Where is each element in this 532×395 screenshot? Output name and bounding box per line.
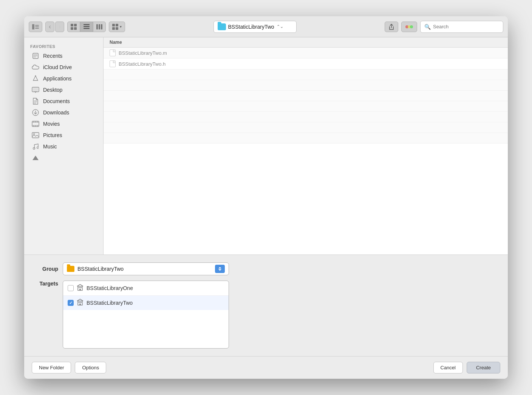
file-row[interactable]: BSStaticLibraryTwo.h [104,59,508,69]
sidebar-item-applications[interactable]: Applications [26,73,102,84]
sidebar-item-label-icloud: iCloud Drive [43,64,72,70]
view-columns-button[interactable] [93,22,106,32]
svg-rect-54 [80,287,80,288]
svg-rect-55 [81,287,82,288]
svg-rect-59 [80,302,80,303]
view-list-button[interactable] [80,22,93,32]
svg-rect-12 [99,24,100,29]
svg-rect-58 [79,302,79,303]
sidebar-item-pictures[interactable]: Pictures [26,130,102,141]
name-column-header: Name [110,40,122,45]
target-one-checkbox[interactable] [68,285,74,291]
svg-rect-28 [33,88,38,91]
svg-rect-10 [84,28,90,29]
svg-rect-8 [84,24,90,25]
view-icons-button[interactable] [67,22,80,32]
file-dialog: ‹ › [24,16,508,379]
group-dropdown-label: BSStaticLibraryTwo [77,266,212,272]
svg-rect-45 [32,133,39,138]
file-row-empty [104,69,508,80]
file-name: BSStaticLibraryTwo.h [119,61,165,67]
svg-marker-49 [32,156,39,160]
targets-field-label: Targets [36,281,58,287]
svg-rect-56 [79,289,81,290]
file-row-empty [104,80,508,91]
sidebar-item-more[interactable] [26,152,102,164]
svg-marker-51 [218,269,221,271]
group-field-label: Group [36,266,58,272]
create-button[interactable]: Create [467,362,500,373]
tag-button[interactable] [401,22,417,32]
sidebar-item-label-downloads: Downloads [43,110,69,116]
path-label: BSStaticLibraryTwo [228,24,274,30]
share-button[interactable] [385,22,398,32]
svg-rect-2 [35,26,39,27]
target-item-one[interactable]: BSStaticLibraryOne [63,281,229,296]
file-list-header: Name [104,37,508,48]
toolbar: ‹ › [24,16,508,37]
sidebar-item-label-pictures: Pictures [43,132,62,138]
sidebar-item-label-desktop: Desktop [43,87,62,93]
search-icon: 🔍 [424,24,431,30]
search-input[interactable] [433,24,490,29]
svg-rect-17 [116,27,118,30]
svg-rect-15 [116,24,118,26]
svg-rect-11 [96,24,98,29]
new-folder-button[interactable]: New Folder [32,362,71,373]
footer: New Folder Options Cancel Create [24,356,508,379]
options-button[interactable]: Options [75,362,106,373]
svg-rect-1 [35,25,39,26]
folder-icon [218,23,226,30]
svg-rect-13 [101,24,102,29]
sidebar-item-downloads[interactable]: Downloads [26,107,102,118]
file-icon [110,49,116,56]
svg-rect-6 [71,27,73,30]
recents-icon [32,52,39,60]
target-one-building-icon [77,284,84,292]
search-box[interactable]: 🔍 [420,21,503,33]
more-icon [32,154,39,162]
svg-rect-5 [74,24,77,26]
svg-rect-0 [32,24,34,29]
sidebar-item-music[interactable]: Music [26,141,102,152]
svg-rect-14 [112,24,115,26]
svg-rect-53 [79,287,79,288]
movies-icon [32,120,39,128]
documents-icon [32,97,39,105]
svg-marker-50 [218,267,221,268]
pictures-icon [32,131,39,139]
group-dropdown[interactable]: BSStaticLibraryTwo [63,262,229,275]
downloads-icon [32,109,39,116]
file-row[interactable]: BSStaticLibraryTwo.m [104,48,508,59]
bottom-section: Group BSStaticLibraryTwo Targets [24,255,508,356]
path-dropdown[interactable]: BSStaticLibraryTwo ⌃⌄ [213,21,297,33]
target-one-label: BSStaticLibraryOne [87,285,133,291]
back-button[interactable]: ‹ [45,22,54,32]
group-row: Group BSStaticLibraryTwo [36,262,496,275]
file-row-empty [104,101,508,112]
cancel-button[interactable]: Cancel [433,362,463,373]
view-gallery-button[interactable]: ▾ [109,22,125,32]
forward-button[interactable]: › [55,22,64,32]
svg-rect-9 [84,26,90,27]
sidebar-item-documents[interactable]: Documents [26,96,102,107]
icloud-icon [32,63,39,71]
svg-point-26 [35,76,36,77]
svg-rect-4 [71,24,73,26]
group-stepper-button[interactable] [215,265,225,273]
sidebar-item-label-applications: Applications [43,76,72,82]
svg-rect-7 [74,27,77,30]
sidebar-item-label-recents: Recents [43,53,62,59]
target-item-two[interactable]: BSStaticLibraryTwo [63,296,229,310]
sidebar-item-recents[interactable]: Recents [26,50,102,62]
sidebar-item-movies[interactable]: Movies [26,118,102,130]
targets-row: Targets BSStaticLibraryO [36,281,496,349]
sidebar-toggle-button[interactable] [29,22,42,32]
targets-list: BSStaticLibraryOne BSS [63,281,229,349]
svg-rect-60 [81,302,82,303]
target-two-checkbox[interactable] [68,300,74,306]
sidebar-item-desktop[interactable]: Desktop [26,84,102,96]
sidebar-item-label-movies: Movies [43,121,60,127]
view-mode-group [67,22,106,32]
sidebar-item-icloud[interactable]: iCloud Drive [26,62,102,73]
